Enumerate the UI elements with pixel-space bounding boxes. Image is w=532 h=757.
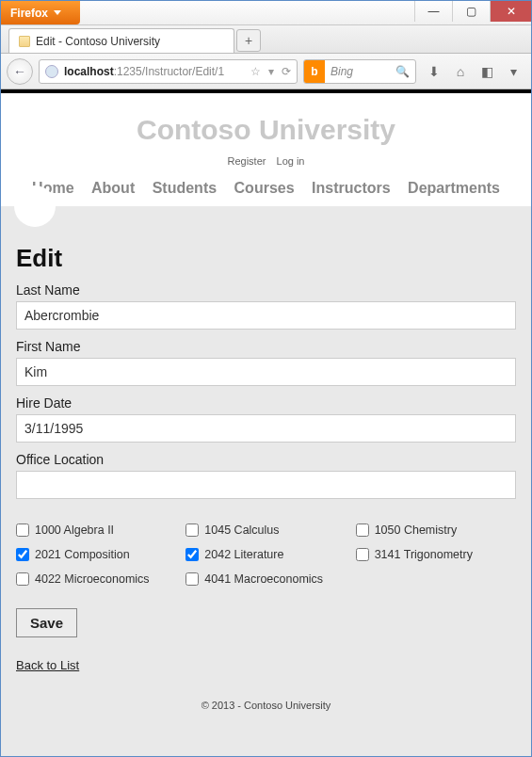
course-label: 1050 Chemistry: [375, 523, 458, 537]
chevron-down-icon: [54, 10, 61, 15]
course-checkbox[interactable]: 4022 Microeconomics: [16, 572, 176, 586]
firefox-menu-label: Firefox: [10, 7, 48, 20]
site-title: Contoso University: [1, 114, 531, 146]
nav-toolbar: ← localhost:1235/Instructor/Edit/1 ☆ ▾ ⟳…: [1, 54, 531, 89]
new-tab-button[interactable]: +: [236, 29, 261, 52]
checkbox-input[interactable]: [16, 572, 29, 586]
nav-departments[interactable]: Departments: [408, 180, 500, 196]
downloads-icon[interactable]: ⬇: [426, 64, 443, 79]
site-header: Contoso University Register Log in Home …: [1, 93, 531, 206]
url-text: localhost:1235/Instructor/Edit/1: [64, 65, 250, 78]
edit-form: Edit Last Name First Name Hire Date Offi…: [1, 244, 531, 686]
bookmark-star-icon[interactable]: ☆: [250, 65, 261, 78]
course-checkbox[interactable]: 4041 Macroeconomics: [185, 572, 346, 586]
course-checkbox-grid: 1000 Algebra II1045 Calculus1050 Chemist…: [16, 523, 516, 586]
checkbox-input[interactable]: [16, 548, 29, 561]
toolbar-icons: ⬇ ⌂ ◧ ▾: [422, 64, 525, 79]
history-dropdown-icon[interactable]: ▾: [268, 65, 274, 78]
nav-students[interactable]: Students: [153, 180, 217, 196]
label-first-name: First Name: [16, 339, 516, 354]
page-content: Contoso University Register Log in Home …: [1, 93, 531, 756]
course-label: 1000 Algebra II: [35, 523, 114, 537]
search-icon[interactable]: 🔍: [390, 65, 415, 78]
url-actions: ☆ ▾ ⟳: [250, 65, 291, 78]
checkbox-input[interactable]: [185, 548, 199, 561]
page-footer: © 2013 - Contoso University: [1, 686, 531, 728]
label-office: Office Location: [16, 452, 516, 467]
login-link[interactable]: Log in: [277, 155, 305, 167]
browser-tab[interactable]: Edit - Contoso University: [8, 28, 234, 53]
maximize-button[interactable]: ▢: [452, 1, 490, 22]
input-first-name[interactable]: [16, 358, 516, 386]
auth-links: Register Log in: [1, 155, 531, 167]
main-nav: Home About Students Courses Instructors …: [1, 180, 531, 197]
checkbox-input[interactable]: [356, 548, 369, 561]
close-button[interactable]: ✕: [490, 1, 531, 22]
titlebar: Firefox — ▢ ✕: [1, 1, 531, 25]
course-label: 2042 Literature: [204, 548, 283, 561]
course-checkbox[interactable]: 1000 Algebra II: [16, 523, 176, 537]
nav-instructors[interactable]: Instructors: [312, 180, 391, 196]
course-checkbox[interactable]: 2021 Composition: [16, 548, 176, 561]
checkbox-input[interactable]: [185, 523, 199, 537]
firefox-menu-button[interactable]: Firefox: [1, 1, 80, 24]
label-last-name: Last Name: [16, 282, 516, 298]
reload-icon[interactable]: ⟳: [282, 65, 291, 78]
course-label: 2021 Composition: [35, 548, 130, 561]
window-controls: — ▢ ✕: [414, 1, 531, 22]
bookmarks-sidebar-icon[interactable]: ◧: [478, 64, 495, 79]
browser-window: Firefox — ▢ ✕ Edit - Contoso University …: [0, 0, 532, 757]
input-last-name[interactable]: [16, 301, 516, 330]
avatar-placeholder: [1, 206, 531, 236]
nav-courses[interactable]: Courses: [234, 180, 295, 196]
nav-about[interactable]: About: [91, 180, 135, 196]
globe-icon: [45, 65, 58, 78]
input-office[interactable]: [16, 471, 516, 499]
course-label: 4022 Microeconomics: [35, 572, 150, 586]
course-checkbox[interactable]: 2042 Literature: [185, 548, 346, 561]
course-checkbox[interactable]: 1050 Chemistry: [356, 523, 516, 537]
back-to-list-link[interactable]: Back to List: [16, 658, 79, 672]
input-hire-date[interactable]: [16, 414, 516, 443]
course-label: 3141 Trigonometry: [375, 548, 473, 561]
search-engine-label: Bing: [325, 65, 390, 78]
page-heading: Edit: [16, 244, 516, 273]
checkbox-input[interactable]: [185, 572, 199, 586]
address-bar[interactable]: localhost:1235/Instructor/Edit/1 ☆ ▾ ⟳: [39, 59, 298, 84]
save-button[interactable]: Save: [16, 608, 77, 637]
back-button[interactable]: ←: [7, 58, 33, 85]
checkbox-input[interactable]: [16, 523, 29, 537]
course-checkbox[interactable]: 1045 Calculus: [185, 523, 346, 537]
page-icon: [19, 36, 30, 47]
course-label: 4041 Macroeconomics: [204, 572, 323, 586]
minimize-button[interactable]: —: [414, 1, 452, 22]
tab-bar: Edit - Contoso University +: [1, 25, 531, 54]
home-icon[interactable]: ⌂: [452, 64, 469, 79]
course-label: 1045 Calculus: [204, 523, 279, 537]
toolbar-dropdown-icon[interactable]: ▾: [505, 64, 522, 79]
label-hire-date: Hire Date: [16, 395, 516, 411]
search-box[interactable]: b Bing 🔍: [303, 59, 416, 84]
course-checkbox[interactable]: 3141 Trigonometry: [356, 548, 516, 561]
checkbox-input[interactable]: [356, 523, 369, 537]
register-link[interactable]: Register: [227, 155, 266, 167]
bing-icon: b: [304, 60, 325, 83]
tab-title: Edit - Contoso University: [36, 35, 160, 48]
